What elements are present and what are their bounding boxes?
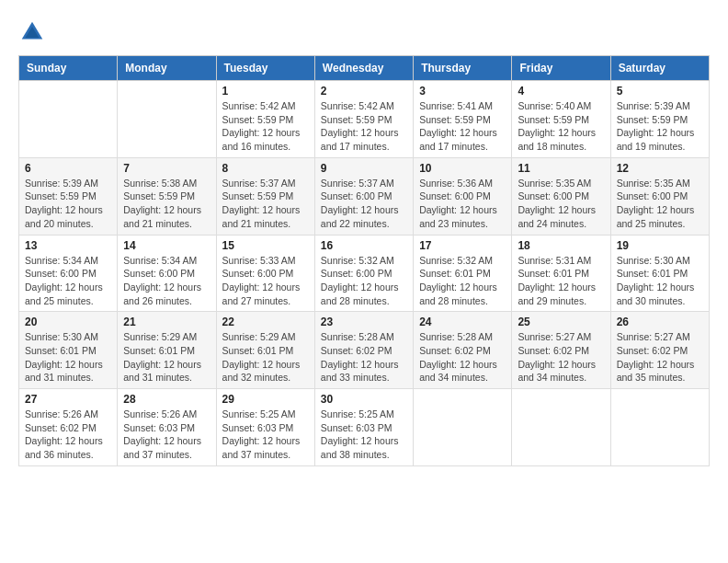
day-info: Sunrise: 5:29 AM Sunset: 6:01 PM Dayligh… bbox=[222, 330, 309, 385]
calendar-cell: 12Sunrise: 5:35 AM Sunset: 6:00 PM Dayli… bbox=[610, 157, 709, 235]
day-info: Sunrise: 5:33 AM Sunset: 6:00 PM Dayligh… bbox=[222, 254, 309, 308]
logo bbox=[18, 18, 50, 46]
day-info: Sunrise: 5:30 AM Sunset: 6:01 PM Dayligh… bbox=[25, 330, 111, 385]
day-info: Sunrise: 5:34 AM Sunset: 6:00 PM Dayligh… bbox=[123, 254, 210, 308]
calendar-cell: 2Sunrise: 5:42 AM Sunset: 5:59 PM Daylig… bbox=[314, 81, 413, 158]
calendar-cell: 15Sunrise: 5:33 AM Sunset: 6:00 PM Dayli… bbox=[216, 235, 314, 312]
day-number: 9 bbox=[321, 162, 407, 175]
calendar-cell: 13Sunrise: 5:34 AM Sunset: 6:00 PM Dayli… bbox=[19, 235, 118, 312]
day-number: 21 bbox=[123, 316, 210, 328]
day-info: Sunrise: 5:26 AM Sunset: 6:02 PM Dayligh… bbox=[25, 408, 111, 462]
calendar-cell: 21Sunrise: 5:29 AM Sunset: 6:01 PM Dayli… bbox=[118, 312, 216, 389]
calendar-cell bbox=[118, 81, 216, 158]
day-number: 23 bbox=[321, 316, 407, 328]
day-info: Sunrise: 5:31 AM Sunset: 6:01 PM Dayligh… bbox=[518, 254, 604, 308]
day-info: Sunrise: 5:25 AM Sunset: 6:03 PM Dayligh… bbox=[321, 408, 407, 462]
day-number: 14 bbox=[123, 239, 210, 252]
day-number: 25 bbox=[518, 316, 604, 328]
calendar-cell: 27Sunrise: 5:26 AM Sunset: 6:02 PM Dayli… bbox=[19, 389, 118, 466]
day-number: 19 bbox=[617, 239, 703, 252]
day-info: Sunrise: 5:26 AM Sunset: 6:03 PM Dayligh… bbox=[123, 408, 210, 462]
calendar-cell: 3Sunrise: 5:41 AM Sunset: 5:59 PM Daylig… bbox=[414, 81, 512, 158]
calendar-cell: 8Sunrise: 5:37 AM Sunset: 5:59 PM Daylig… bbox=[216, 157, 314, 235]
day-info: Sunrise: 5:35 AM Sunset: 6:00 PM Dayligh… bbox=[518, 177, 604, 231]
calendar-cell: 1Sunrise: 5:42 AM Sunset: 5:59 PM Daylig… bbox=[216, 81, 314, 158]
day-info: Sunrise: 5:36 AM Sunset: 6:00 PM Dayligh… bbox=[419, 177, 506, 231]
calendar-header-row: SundayMondayTuesdayWednesdayThursdayFrid… bbox=[19, 56, 710, 81]
day-header-tuesday: Tuesday bbox=[216, 56, 314, 81]
calendar-week-5: 27Sunrise: 5:26 AM Sunset: 6:02 PM Dayli… bbox=[19, 389, 710, 466]
day-number: 2 bbox=[321, 85, 407, 98]
day-number: 27 bbox=[25, 393, 111, 406]
calendar-cell: 23Sunrise: 5:28 AM Sunset: 6:02 PM Dayli… bbox=[314, 312, 413, 389]
calendar-week-3: 13Sunrise: 5:34 AM Sunset: 6:00 PM Dayli… bbox=[19, 235, 710, 312]
calendar-cell: 5Sunrise: 5:39 AM Sunset: 5:59 PM Daylig… bbox=[610, 81, 709, 158]
day-number: 15 bbox=[222, 239, 309, 252]
day-info: Sunrise: 5:37 AM Sunset: 6:00 PM Dayligh… bbox=[321, 177, 407, 231]
calendar-cell: 25Sunrise: 5:27 AM Sunset: 6:02 PM Dayli… bbox=[512, 312, 610, 389]
day-number: 3 bbox=[419, 85, 506, 98]
day-header-monday: Monday bbox=[118, 56, 216, 81]
calendar-cell: 29Sunrise: 5:25 AM Sunset: 6:03 PM Dayli… bbox=[216, 389, 314, 466]
day-number: 20 bbox=[25, 316, 111, 328]
day-number: 4 bbox=[518, 85, 604, 98]
day-info: Sunrise: 5:42 AM Sunset: 5:59 PM Dayligh… bbox=[222, 99, 309, 154]
calendar-cell bbox=[512, 389, 610, 466]
day-info: Sunrise: 5:27 AM Sunset: 6:02 PM Dayligh… bbox=[518, 330, 604, 385]
day-header-wednesday: Wednesday bbox=[314, 56, 413, 81]
calendar-table: SundayMondayTuesdayWednesdayThursdayFrid… bbox=[18, 55, 710, 466]
day-number: 11 bbox=[518, 162, 604, 175]
day-info: Sunrise: 5:39 AM Sunset: 5:59 PM Dayligh… bbox=[25, 177, 111, 231]
day-header-sunday: Sunday bbox=[19, 56, 118, 81]
day-number: 28 bbox=[123, 393, 210, 406]
day-header-thursday: Thursday bbox=[414, 56, 512, 81]
day-info: Sunrise: 5:32 AM Sunset: 6:00 PM Dayligh… bbox=[321, 254, 407, 308]
day-number: 26 bbox=[617, 316, 703, 328]
calendar-cell: 14Sunrise: 5:34 AM Sunset: 6:00 PM Dayli… bbox=[118, 235, 216, 312]
day-info: Sunrise: 5:27 AM Sunset: 6:02 PM Dayligh… bbox=[617, 330, 703, 385]
calendar-cell: 9Sunrise: 5:37 AM Sunset: 6:00 PM Daylig… bbox=[314, 157, 413, 235]
day-info: Sunrise: 5:29 AM Sunset: 6:01 PM Dayligh… bbox=[123, 330, 210, 385]
calendar-cell: 22Sunrise: 5:29 AM Sunset: 6:01 PM Dayli… bbox=[216, 312, 314, 389]
day-info: Sunrise: 5:42 AM Sunset: 5:59 PM Dayligh… bbox=[321, 99, 407, 154]
logo-icon bbox=[18, 18, 46, 46]
day-info: Sunrise: 5:32 AM Sunset: 6:01 PM Dayligh… bbox=[419, 254, 506, 308]
day-number: 13 bbox=[25, 239, 111, 252]
day-number: 18 bbox=[518, 239, 604, 252]
calendar-cell: 6Sunrise: 5:39 AM Sunset: 5:59 PM Daylig… bbox=[19, 157, 118, 235]
calendar-week-4: 20Sunrise: 5:30 AM Sunset: 6:01 PM Dayli… bbox=[19, 312, 710, 389]
calendar-cell: 20Sunrise: 5:30 AM Sunset: 6:01 PM Dayli… bbox=[19, 312, 118, 389]
day-info: Sunrise: 5:25 AM Sunset: 6:03 PM Dayligh… bbox=[222, 408, 309, 462]
calendar-week-1: 1Sunrise: 5:42 AM Sunset: 5:59 PM Daylig… bbox=[19, 81, 710, 158]
calendar-cell bbox=[610, 389, 709, 466]
calendar-cell: 16Sunrise: 5:32 AM Sunset: 6:00 PM Dayli… bbox=[314, 235, 413, 312]
calendar-cell: 18Sunrise: 5:31 AM Sunset: 6:01 PM Dayli… bbox=[512, 235, 610, 312]
day-info: Sunrise: 5:41 AM Sunset: 5:59 PM Dayligh… bbox=[419, 99, 506, 154]
day-info: Sunrise: 5:38 AM Sunset: 5:59 PM Dayligh… bbox=[123, 177, 210, 231]
calendar-cell bbox=[19, 81, 118, 158]
day-number: 16 bbox=[321, 239, 407, 252]
day-info: Sunrise: 5:39 AM Sunset: 5:59 PM Dayligh… bbox=[617, 99, 703, 154]
calendar-cell: 19Sunrise: 5:30 AM Sunset: 6:01 PM Dayli… bbox=[610, 235, 709, 312]
day-header-saturday: Saturday bbox=[610, 56, 709, 81]
calendar-cell: 17Sunrise: 5:32 AM Sunset: 6:01 PM Dayli… bbox=[414, 235, 512, 312]
calendar-cell: 4Sunrise: 5:40 AM Sunset: 5:59 PM Daylig… bbox=[512, 81, 610, 158]
calendar-cell: 24Sunrise: 5:28 AM Sunset: 6:02 PM Dayli… bbox=[414, 312, 512, 389]
day-info: Sunrise: 5:35 AM Sunset: 6:00 PM Dayligh… bbox=[617, 177, 703, 231]
day-number: 5 bbox=[617, 85, 703, 98]
calendar-cell: 7Sunrise: 5:38 AM Sunset: 5:59 PM Daylig… bbox=[118, 157, 216, 235]
calendar-cell: 10Sunrise: 5:36 AM Sunset: 6:00 PM Dayli… bbox=[414, 157, 512, 235]
day-number: 7 bbox=[123, 162, 210, 175]
day-number: 24 bbox=[419, 316, 506, 328]
day-info: Sunrise: 5:40 AM Sunset: 5:59 PM Dayligh… bbox=[518, 99, 604, 154]
day-info: Sunrise: 5:28 AM Sunset: 6:02 PM Dayligh… bbox=[419, 330, 506, 385]
calendar-cell bbox=[414, 389, 512, 466]
calendar-week-2: 6Sunrise: 5:39 AM Sunset: 5:59 PM Daylig… bbox=[19, 157, 710, 235]
day-info: Sunrise: 5:30 AM Sunset: 6:01 PM Dayligh… bbox=[617, 254, 703, 308]
day-info: Sunrise: 5:28 AM Sunset: 6:02 PM Dayligh… bbox=[321, 330, 407, 385]
day-number: 12 bbox=[617, 162, 703, 175]
calendar-cell: 26Sunrise: 5:27 AM Sunset: 6:02 PM Dayli… bbox=[610, 312, 709, 389]
day-header-friday: Friday bbox=[512, 56, 610, 81]
day-number: 1 bbox=[222, 85, 309, 98]
calendar-cell: 30Sunrise: 5:25 AM Sunset: 6:03 PM Dayli… bbox=[314, 389, 413, 466]
